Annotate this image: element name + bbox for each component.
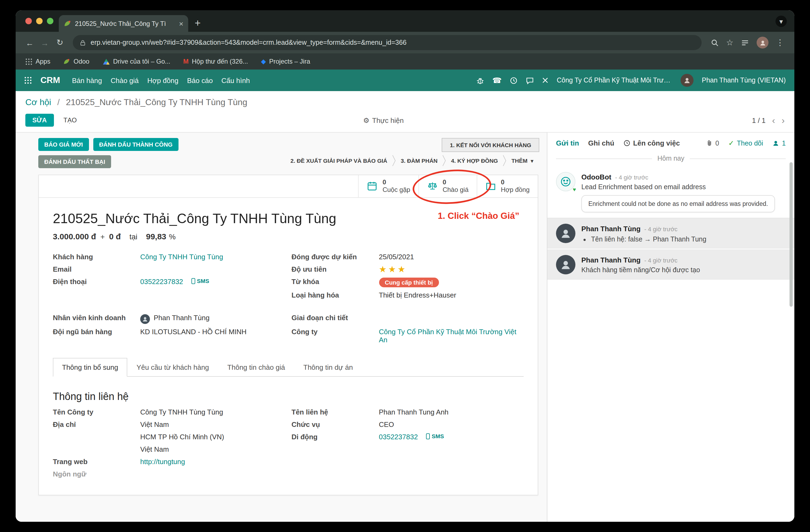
new-quotation-button[interactable]: BÁO GIÁ MỚI	[38, 138, 89, 151]
menu-bao-cao[interactable]: Báo cáo	[187, 76, 213, 84]
company-switcher[interactable]: Công Ty Cổ Phần Kỹ Thuật Môi Trường Vi..…	[557, 77, 673, 84]
debug-icon[interactable]	[476, 76, 484, 84]
browser-tab[interactable]: 210525_Nước Thải_Công Ty Tì ×	[59, 15, 188, 32]
company-link[interactable]: Công Ty Cổ Phần Kỹ Thuật Môi Trường Việt…	[379, 328, 516, 344]
reading-list-icon[interactable]	[741, 38, 749, 47]
menu-chao-gia[interactable]: Chào giá	[111, 76, 139, 84]
address-bar[interactable]: erp.vietan-group.vn/web?#id=37909&action…	[73, 35, 701, 50]
browser-menu-icon[interactable]: ⋮	[776, 38, 784, 47]
message-time: - 4 giờ trước	[645, 226, 678, 232]
user-avatar	[556, 255, 576, 275]
user-avatar[interactable]	[681, 74, 694, 87]
log-note-button[interactable]: Ghi chú	[588, 139, 614, 147]
website-link[interactable]: http://tungtung	[140, 458, 185, 466]
quotations-smart-button[interactable]: 0Chào giá	[418, 175, 476, 197]
stage-more-button[interactable]: THÊM▼	[507, 154, 539, 167]
action-menu[interactable]: ⚙Thực hiện	[16, 116, 751, 124]
user-menu[interactable]: Phan Thanh Tùng (VIETAN)	[702, 77, 786, 84]
priority-stars[interactable]: ★★★	[379, 265, 407, 274]
contracts-smart-button[interactable]: 0Hợp đồng	[477, 175, 538, 197]
forward-button[interactable]: →	[37, 38, 52, 47]
menu-ban-hang[interactable]: Bán hàng	[72, 76, 102, 84]
scrollbar-thumb[interactable]	[790, 162, 793, 307]
sales-team-label: Đội ngũ bán hàng	[53, 328, 134, 336]
messages-icon[interactable]	[526, 76, 534, 84]
phone-icon[interactable]: ☎	[492, 77, 502, 84]
tab-strip: 210525_Nước Thải_Công Ty Tì × + ▼	[16, 10, 794, 32]
detail-stage-label: Giai đoạn chi tiết	[291, 314, 372, 322]
apps-grid-icon[interactable]	[24, 77, 32, 84]
close-date-value: 25/05/2021	[379, 253, 524, 262]
tab-thong-tin-chao-gia[interactable]: Thông tin chào giá	[218, 358, 294, 377]
menu-hop-dong[interactable]: Hợp đồng	[147, 76, 178, 84]
new-tab-button[interactable]: +	[195, 18, 200, 28]
stage-3[interactable]: 3. ĐÀM PHÁN	[396, 154, 442, 167]
pager-value: 1 / 1	[752, 116, 766, 124]
sms-phone-icon	[426, 433, 430, 439]
message-odoobot: ♥ OdooBot- 4 giờ trước Lead Enrichment b…	[547, 167, 794, 218]
company-label: Công ty	[291, 328, 372, 336]
maximize-window-button[interactable]	[47, 18, 53, 24]
tag-pill[interactable]: Cung cấp thiết bị	[379, 278, 439, 287]
tab-thong-tin-bo-sung[interactable]: Thông tin bổ sung	[53, 358, 127, 377]
bookmark-gmail[interactable]: M Hộp thư đến (326...	[183, 58, 248, 65]
message-body: Khách hàng tiềm năng/Cơ hội được tạo	[581, 266, 786, 274]
follow-button[interactable]: ✓ Theo dõi	[728, 139, 763, 147]
sms-button[interactable]: SMS	[192, 278, 209, 284]
message-author[interactable]: OdooBot	[581, 173, 611, 181]
attachments-button[interactable]: 0	[706, 139, 719, 147]
stage-separator-icon	[442, 154, 446, 167]
activities-clock-icon[interactable]	[510, 76, 518, 84]
schedule-activity-button[interactable]: Lên công việc	[623, 139, 680, 147]
mark-lost-button[interactable]: ĐÁNH DẤU THẤT BẠI	[38, 155, 111, 168]
smart-buttons: 0Cuộc gặp 0Chào giá 0Hợp đồng	[39, 175, 538, 198]
pager-next-icon[interactable]: ›	[782, 116, 785, 125]
meetings-smart-button[interactable]: 0Cuộc gặp	[358, 175, 419, 197]
bookmark-jira[interactable]: ◆ Projects – Jira	[261, 58, 310, 65]
odoobot-avatar: ♥	[556, 172, 576, 192]
followers-button[interactable]: 1	[772, 139, 786, 147]
stage-1-active[interactable]: 1. KẾT NỐI VỚI KHÁCH HÀNG	[442, 138, 539, 152]
breadcrumb-separator: /	[58, 98, 60, 107]
browser-profile-avatar[interactable]	[757, 37, 768, 49]
customer-link[interactable]: Công Ty TNHH Tùng Tùng	[140, 253, 223, 261]
zoom-icon[interactable]	[711, 38, 718, 47]
message-author[interactable]: Phan Thanh Tùng	[581, 256, 641, 264]
stage-pipeline: 1. KẾT NỐI VỚI KHÁCH HÀNG 2. ĐỀ XUẤT GIẢ…	[286, 138, 539, 167]
breadcrumb-current: 210525_Nước Thải_Công Ty TNHH Tùng Tùng	[66, 98, 247, 107]
message-author[interactable]: Phan Thanh Tùng	[581, 225, 641, 233]
bookmark-apps[interactable]: Apps	[25, 58, 50, 65]
salesperson-value[interactable]: Phan Thanh Tùng	[154, 314, 210, 322]
pager-previous-icon[interactable]: ‹	[772, 116, 775, 125]
back-button[interactable]: ←	[22, 38, 37, 47]
phone-link[interactable]: 03522237832	[140, 278, 183, 286]
sms-button[interactable]: SMS	[426, 433, 444, 439]
mobile-label: Di động	[291, 433, 372, 441]
minimize-window-button[interactable]	[36, 18, 43, 24]
tab-thong-tin-du-an[interactable]: Thông tin dự án	[294, 358, 362, 377]
balance-scale-icon	[427, 181, 438, 192]
app-name[interactable]: CRM	[40, 76, 60, 85]
jira-icon: ◆	[261, 58, 266, 65]
website-label: Trang web	[53, 458, 134, 466]
mark-won-button[interactable]: ĐÁNH DẤU THÀNH CÔNG	[93, 138, 178, 151]
mobile-link[interactable]: 0352237832	[379, 433, 418, 441]
bookmark-star-icon[interactable]: ☆	[726, 38, 733, 47]
stage-separator-icon	[392, 154, 396, 167]
chatter-panel: Gửi tin Ghi chú Lên công việc 0 ✓ Theo d…	[547, 133, 794, 522]
job-title-label: Chức vụ	[291, 420, 372, 429]
tab-search-chevron-icon[interactable]: ▼	[776, 16, 787, 27]
menu-cau-hinh[interactable]: Cấu hình	[221, 76, 250, 84]
email-label: Email	[53, 265, 134, 273]
stage-4[interactable]: 4. KÝ HỢP ĐỒNG	[446, 154, 503, 167]
breadcrumb-parent[interactable]: Cơ hội	[25, 98, 51, 107]
reload-button[interactable]: ↻	[52, 38, 67, 47]
stage-2[interactable]: 2. ĐỀ XUẤT GIẢI PHÁP VÀ BÁO GIÁ	[286, 154, 392, 167]
tab-close-icon[interactable]: ×	[179, 20, 183, 27]
bookmark-odoo[interactable]: Odoo	[63, 58, 90, 65]
support-x-icon[interactable]	[542, 77, 549, 84]
tab-yeu-cau-khach-hang[interactable]: Yêu cầu từ khách hàng	[127, 358, 218, 377]
close-window-button[interactable]	[25, 18, 32, 24]
send-message-button[interactable]: Gửi tin	[556, 139, 579, 147]
bookmark-drive[interactable]: Drive của tôi – Go...	[102, 58, 170, 65]
